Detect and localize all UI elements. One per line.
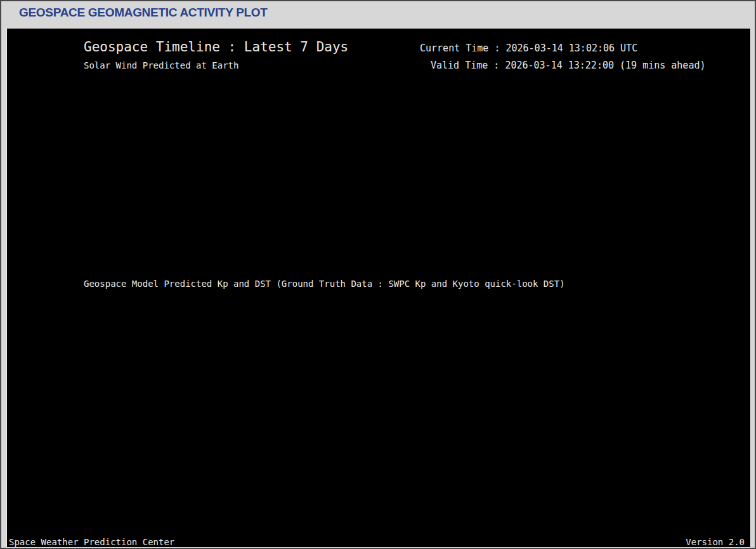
geospace-activity-page: { "page": { "header_title": "GEOSPACE GE… <box>0 0 756 549</box>
timeline-plot-canvas <box>1 1 756 549</box>
